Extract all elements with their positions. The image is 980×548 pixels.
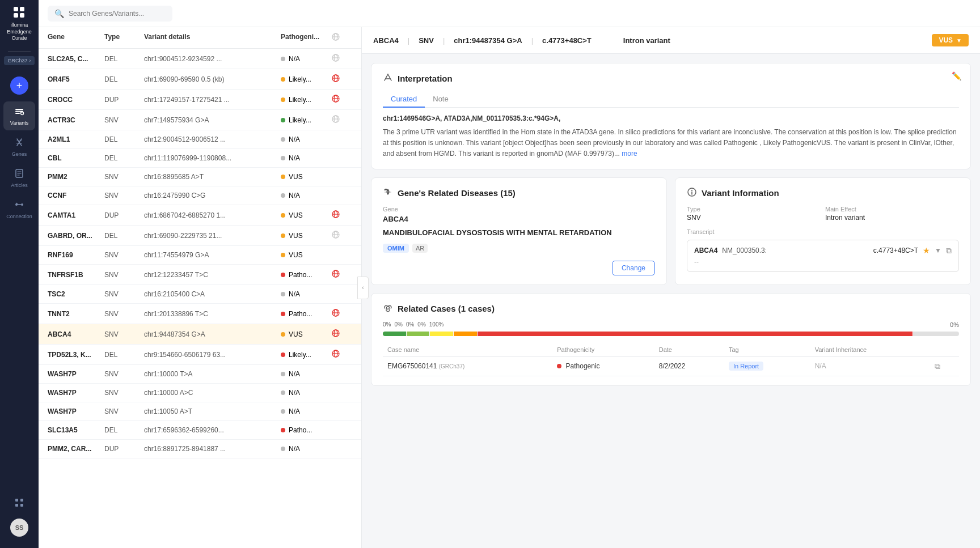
globe-icon[interactable]	[332, 231, 352, 240]
col-gene: Gene	[48, 33, 104, 43]
interpretation-card: Interpretation ✏️ Curated Note chr1:1469…	[371, 63, 971, 169]
table-row[interactable]: CBL DEL chr11:119076999-1190808... N/A	[39, 149, 361, 168]
table-row[interactable]: ACTR3C SNV chr7:149575934 G>A Likely...	[39, 110, 361, 130]
globe-icon[interactable]	[332, 309, 352, 318]
avatar[interactable]: SS	[10, 519, 28, 537]
table-row[interactable]: WASH7P SNV chr1:10050 A>T N/A	[39, 402, 361, 421]
case-name-cell: EMG675060141 (GRCh37)	[383, 356, 552, 376]
sidebar-item-apps[interactable]	[3, 494, 35, 514]
table-row[interactable]: TNFRSF1B SNV chr12:12233457 T>C Patho...	[39, 265, 361, 285]
details-cell: chr1:10000 T>A	[144, 370, 281, 378]
bar-labels: 0% 0% 0% 0% 100%	[383, 321, 443, 328]
add-button[interactable]: +	[10, 77, 28, 95]
change-button[interactable]: Change	[612, 261, 655, 275]
table-row[interactable]: WASH7P SNV chr1:10000 T>A N/A	[39, 365, 361, 384]
bar-seg-likely-path	[407, 332, 430, 336]
svg-rect-16	[15, 504, 18, 507]
table-row[interactable]: TPD52L3, K... DEL chr9:154660-6506179 63…	[39, 345, 361, 365]
sidebar-item-articles[interactable]: Articles	[3, 164, 35, 193]
table-row[interactable]: A2ML1 DEL chr12:9004512-9006512 ... N/A	[39, 130, 361, 149]
vus-badge[interactable]: VUS ▼	[932, 34, 969, 46]
main-content: 🔍 Gene Type Variant details Pathogeni...…	[39, 0, 980, 548]
table-row[interactable]: SLC13A5 DEL chr17:6596362-6599260... Pat…	[39, 421, 361, 440]
table-row[interactable]: RNF169 SNV chr11:74554979 G>A VUS	[39, 246, 361, 265]
globe-icon[interactable]	[332, 350, 352, 359]
path-cell: Likely...	[281, 96, 332, 104]
path-cell: VUS	[281, 251, 332, 259]
path-cell: N/A	[281, 154, 332, 162]
pathogenicity-dot	[281, 253, 285, 257]
tab-note[interactable]: Note	[425, 91, 456, 108]
variant-info-title: Variant Information	[687, 187, 959, 199]
globe-icon[interactable]	[332, 329, 352, 339]
globe-icon[interactable]	[332, 95, 352, 104]
details-cell: chr1:69090-2229735 21...	[144, 232, 281, 240]
globe-icon[interactable]	[332, 115, 352, 125]
in-report-badge: In Report	[729, 362, 763, 371]
table-row[interactable]: PMM2 SNV chr16:8895685 A>T VUS	[39, 168, 361, 186]
path-cell: N/A	[281, 192, 332, 199]
globe-icon[interactable]	[332, 270, 352, 279]
genes-label: Genes	[12, 151, 27, 157]
table-row[interactable]: PMM2, CAR... DUP chr16:8891725-8941887 .…	[39, 440, 361, 458]
table-row[interactable]: CCNF SNV chr16:2475990 C>G N/A	[39, 186, 361, 205]
bar-seg-likely-benign	[454, 332, 477, 336]
globe-icon[interactable]	[332, 54, 352, 63]
genome-badge[interactable]: GRCh37 ›	[4, 56, 34, 65]
gene-cell: RNF169	[48, 251, 104, 259]
transcript-row: ABCA4 NM_000350.3: c.4773+48C>T ★ ▼ ⧉	[694, 246, 952, 256]
table-row[interactable]: CAMTA1 DUP chr1:6867042-6885270 1... VUS	[39, 205, 361, 226]
table-row[interactable]: OR4F5 DEL chr1:69090-69590 0.5 (kb) Like…	[39, 69, 361, 90]
globe-icon[interactable]	[332, 210, 352, 220]
table-row[interactable]: ABCA4 SNV chr1:94487354 G>A VUS	[39, 324, 361, 345]
search-input[interactable]	[69, 10, 166, 18]
omim-tag[interactable]: OMIM	[383, 244, 409, 253]
variant-info-icon	[687, 187, 697, 199]
articles-label: Articles	[11, 182, 28, 188]
svg-point-56	[387, 306, 390, 309]
gene-cell: TPD52L3, K...	[48, 351, 104, 359]
gene-cell: SLC2A5, C...	[48, 55, 104, 63]
detail-position: chr1:94487354 G>A	[454, 36, 522, 45]
pathogenicity-label: N/A	[289, 154, 300, 162]
table-row[interactable]: CROCC DUP chr1:17249157-17275421 ... Lik…	[39, 90, 361, 110]
table-row[interactable]: TSC2 SNV chr16:2105400 C>A N/A	[39, 285, 361, 304]
gene-cell: A2ML1	[48, 135, 104, 143]
pathogenic-dot	[557, 364, 561, 368]
svg-point-54	[691, 190, 692, 191]
sidebar-item-connection[interactable]: Connection	[3, 195, 35, 224]
sidebar-item-variants[interactable]: Variants	[3, 101, 35, 130]
pathogenicity-dot	[281, 156, 285, 160]
pathogenicity-label: VUS	[289, 251, 303, 259]
detail-effect: Intron variant	[623, 36, 670, 45]
variant-list-panel: Gene Type Variant details Pathogeni... S…	[39, 27, 362, 548]
type-cell: DEL	[104, 75, 144, 83]
table-row[interactable]: TNNT2 SNV chr1:201338896 T>C Patho...	[39, 304, 361, 324]
type-field: Type SNV	[687, 206, 821, 222]
table-row[interactable]: GABRD, OR... DEL chr1:69090-2229735 21..…	[39, 226, 361, 246]
table-row[interactable]: WASH7P SNV chr1:10000 A>C N/A	[39, 384, 361, 402]
globe-icon[interactable]	[332, 74, 352, 84]
collapse-button[interactable]: ‹	[357, 277, 369, 299]
transcript-chevron-icon[interactable]: ▼	[935, 247, 941, 254]
search-box[interactable]: 🔍	[48, 6, 172, 22]
edit-button[interactable]: ✏️	[952, 71, 961, 80]
variants-icon	[14, 106, 24, 118]
tab-curated[interactable]: Curated	[383, 91, 425, 108]
table-row[interactable]: SLC2A5, C... DEL chr1:9004512-9234592 ..…	[39, 49, 361, 69]
copy-icon[interactable]: ⧉	[946, 246, 952, 256]
col-date: Date	[654, 343, 724, 357]
more-link[interactable]: more	[622, 150, 637, 158]
pathogenicity-dot	[281, 97, 285, 102]
pathogenicity-dot	[281, 390, 285, 395]
svg-rect-15	[20, 499, 23, 502]
path-cell: N/A	[281, 370, 332, 378]
sidebar-item-genes[interactable]: Genes	[3, 133, 35, 162]
related-cases-title: Related Cases (1 cases)	[383, 303, 959, 315]
external-link-icon[interactable]: ⧉	[935, 362, 940, 371]
pathogenicity-dot	[281, 292, 285, 296]
pathogenicity-label: N/A	[289, 135, 300, 143]
details-cell: chr16:2105400 C>A	[144, 290, 281, 298]
pathogenicity-label: Likely...	[289, 116, 311, 124]
detail-transcript-code: c.4773+48C>T	[542, 36, 592, 45]
